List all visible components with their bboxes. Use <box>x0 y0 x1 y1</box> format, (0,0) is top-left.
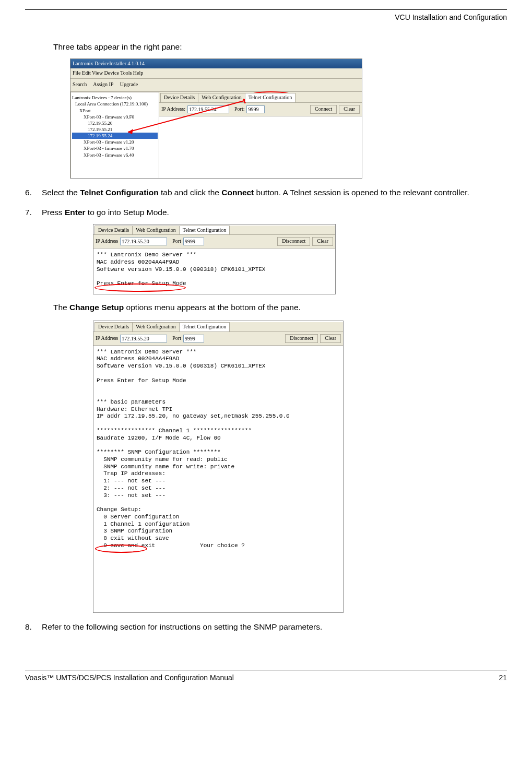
tree-root: Lantronix Devices - 7 device(s) <box>72 94 158 101</box>
clear-button: Clear <box>320 334 341 343</box>
tree-ip3-selected: 172.19.55.24 <box>72 133 158 139</box>
clear-button: Clear <box>339 105 360 114</box>
port-field <box>246 105 265 113</box>
text: button. A Telnet session is opened to th… <box>254 188 469 197</box>
ip-label: IP Address <box>96 335 118 342</box>
text: Select the <box>42 188 80 197</box>
tab-web-config: Web Configuration <box>132 226 180 235</box>
toolbar-assign-ip: Assign IP <box>93 81 113 87</box>
text: options menu appears at the bottom of th… <box>124 303 301 312</box>
tab-web-config: Web Configuration <box>198 93 245 102</box>
footer-left: Voasis™ UMTS/DCS/PCS Installation and Co… <box>25 672 234 683</box>
screenshot-setup-prompt: Device Details Web Configuration Telnet … <box>93 224 336 294</box>
tree-fw4: XPort-03 - firmware v6.40 <box>72 152 158 158</box>
header-title: VCU Installation and Configuration <box>25 12 507 22</box>
disconnect-button: Disconnect <box>285 334 318 343</box>
ip-field <box>120 335 167 342</box>
menu-bar: File Edit View Device Tools Help <box>70 68 362 79</box>
ip-label: IP Address <box>96 238 118 245</box>
step-6: 6. Select the Telnet Configuration tab a… <box>25 187 507 198</box>
text: Refer to the following section for instr… <box>42 621 507 633</box>
tree-fw2: XPort-03 - firmware v1.20 <box>72 139 158 145</box>
text: Press <box>42 208 65 217</box>
bold-enter: Enter <box>65 208 86 217</box>
step-number: 7. <box>25 207 42 218</box>
bold-change-setup: Change Setup <box>69 303 124 312</box>
tree-firmware: XPort-03 - firmware v0.F0 <box>72 114 158 120</box>
ip-field <box>187 105 229 113</box>
port-label: Port <box>172 238 181 245</box>
ip-field <box>120 238 167 245</box>
text: to go into Setup Mode. <box>86 208 169 217</box>
step-number: 6. <box>25 187 42 198</box>
tab-telnet-config: Telnet Configuration <box>245 93 295 102</box>
tree-ip1: 172.19.55.20 <box>72 120 158 126</box>
footer-page-number: 21 <box>499 672 507 683</box>
tab-device-details: Device Details <box>94 322 133 332</box>
ip-bar: IP Address Port Disconnect Clear <box>93 332 343 345</box>
header-rule <box>25 9 507 10</box>
console-output: *** Lantronix Demo Server *** MAC addres… <box>93 345 343 606</box>
tab-device-details: Device Details <box>94 226 133 235</box>
tab-row: Device Details Web Configuration Telnet … <box>160 93 362 102</box>
port-label: Port: <box>234 105 244 113</box>
toolbar-search: Search <box>73 81 87 87</box>
footer-rule <box>25 670 507 670</box>
tab-web-config: Web Configuration <box>132 322 180 332</box>
tab-device-details: Device Details <box>160 93 198 102</box>
screenshot-device-installer: Lantronix DeviceInstaller 4.1.0.14 File … <box>70 58 362 179</box>
tab-telnet-config: Telnet Configuration <box>179 226 230 235</box>
tree-ip2: 172.19.55.21 <box>72 126 158 133</box>
step-7: 7. Press Enter to go into Setup Mode. <box>25 207 507 218</box>
ip-bar: IP Address: Port: Connect Clear <box>159 102 362 116</box>
tab-telnet-config: Telnet Configuration <box>179 322 230 332</box>
port-label: Port <box>172 335 181 342</box>
page-footer: Voasis™ UMTS/DCS/PCS Installation and Co… <box>25 670 507 683</box>
ip-bar: IP Address Port Disconnect Clear <box>93 234 335 248</box>
window-title: Lantronix DeviceInstaller 4.1.0.14 <box>70 59 362 69</box>
bold-connect: Connect <box>221 188 254 197</box>
disconnect-button: Disconnect <box>277 237 310 246</box>
tree-fw3: XPort-03 - firmware v1.70 <box>72 145 158 151</box>
text: The <box>53 303 69 312</box>
bold-telnet: Telnet Configuration <box>80 188 158 197</box>
screenshot-change-setup: Device Details Web Configuration Telnet … <box>93 321 344 613</box>
step-8: 8. Refer to the following section for in… <box>25 621 507 633</box>
step-number: 8. <box>25 621 42 633</box>
port-field <box>183 238 204 245</box>
tree-lan: Local Area Connection (172.19.0.100) <box>72 101 158 107</box>
toolbar-upgrade: Upgrade <box>120 81 138 87</box>
console-output: *** Lantronix Demo Server *** MAC addres… <box>93 248 335 291</box>
connect-button: Connect <box>310 105 337 114</box>
tree-xport: XPort <box>72 108 158 114</box>
intro-text: Three tabs appear in the right pane: <box>53 41 507 53</box>
change-setup-note: The Change Setup options menu appears at… <box>53 302 507 313</box>
clear-button: Clear <box>312 237 333 246</box>
ip-label: IP Address: <box>161 105 185 113</box>
toolbar: Search Assign IP Upgrade <box>70 79 362 92</box>
text: tab and click the <box>159 188 222 197</box>
blank-pane <box>159 116 362 179</box>
port-field <box>183 335 204 342</box>
device-tree: Lantronix Devices - 7 device(s) Local Ar… <box>70 92 159 179</box>
